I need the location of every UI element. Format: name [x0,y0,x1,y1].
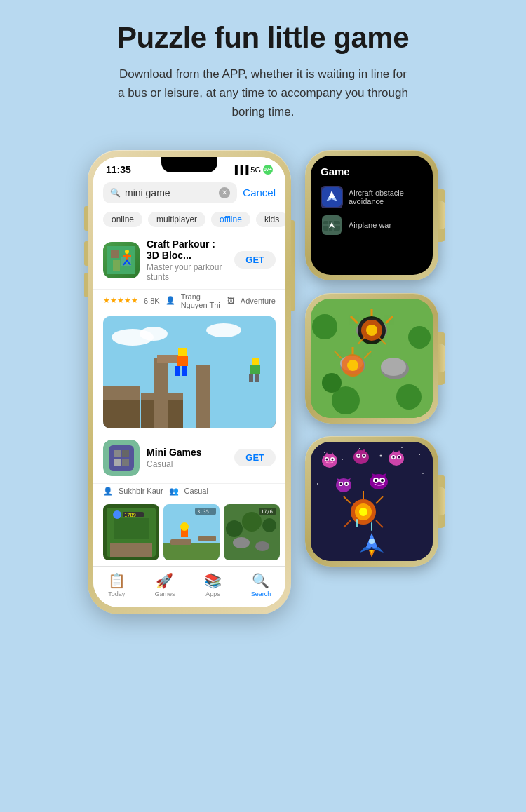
svg-rect-32 [114,459,121,466]
app-name-mini: Mini Games [147,447,227,458]
svg-point-82 [366,325,377,336]
svg-rect-33 [122,459,129,466]
watch-3-body [305,436,438,567]
svg-point-44 [180,522,189,531]
svg-point-4 [125,250,129,254]
app-name-craft: Craft Parkour : 3D Bloc... [147,238,227,261]
rating-count: 6.8K [144,297,160,305]
battery-badge: 07+ [263,165,273,175]
today-icon: 📋 [108,572,126,589]
svg-point-106 [332,458,334,460]
signal-bars: ▐▐▐ [232,165,248,174]
author-name: Trang Nguyen Thi [181,292,222,309]
app-card-mini[interactable]: Mini Games Casual GET [93,433,285,484]
watch-game-label-2: Airplane war [349,221,391,229]
games-icon: 🚀 [156,572,173,589]
app-card-craft[interactable]: Craft Parkour : 3D Bloc... Master your p… [93,231,285,290]
content-area: 11:35 ▐▐▐ 5G 07+ 🔍 mini game ✕ Cancel [14,150,512,614]
search-nav-icon: 🔍 [252,572,269,589]
svg-point-96 [359,448,360,449]
svg-rect-31 [122,450,129,457]
page-title: Puzzle fun little game [117,21,409,55]
svg-rect-20 [178,348,187,356]
watch-game-item-1[interactable]: Aircraft obstacle avoidance [321,186,423,208]
nav-today-label: Today [108,590,125,597]
ratings-row: ★★★★★ 6.8K 👤 Trang Nguyen Thi 🖼 Adventur… [93,290,285,312]
nav-today[interactable]: 📋 Today [108,572,126,597]
svg-rect-153 [356,519,358,527]
svg-point-50 [226,520,243,537]
watch-1: Game Aircraft obstacle avoidance [305,150,438,280]
svg-point-69 [312,314,337,339]
phone-screen: 11:35 ▐▐▐ 5G 07+ 🔍 mini game ✕ Cancel [93,157,285,607]
mini-screenshot-3: 17/6 [224,504,280,560]
svg-rect-45 [170,539,191,545]
svg-point-113 [363,454,365,456]
separator-2: 🖼 [227,297,235,305]
svg-point-127 [346,482,348,485]
svg-rect-14 [103,400,140,428]
svg-rect-22 [175,366,180,376]
mini-author: Sukhbir Kaur [119,487,163,495]
mini-screenshot-1: 1789 [103,504,159,560]
mini-ratings-row: 👤 Sukhbir Kaur 👥 Casual [93,484,285,499]
search-input-box[interactable]: 🔍 mini game ✕ [103,182,237,203]
page-subtitle: Download from the APP, whether it is wai… [116,65,410,122]
tag-multiplayer[interactable]: multiplayer [148,212,205,227]
svg-point-139 [359,508,367,516]
nav-apps[interactable]: 📚 Apps [204,572,222,597]
svg-point-98 [401,447,403,448]
search-icon: 🔍 [110,188,121,198]
svg-rect-27 [255,374,259,382]
mini-screenshot-2: 3.35 [163,504,220,560]
svg-rect-25 [250,365,260,374]
svg-point-97 [380,454,382,456]
tag-kids[interactable]: kids [256,212,285,227]
app-screenshots-row: 1789 [93,499,285,566]
mini-category: Casual [184,487,208,495]
watch-2 [305,293,438,424]
svg-point-119 [393,456,395,458]
get-button-craft[interactable]: GET [234,251,276,269]
watch-2-body [305,293,438,424]
nav-search[interactable]: 🔍 Search [251,572,271,597]
svg-rect-19 [196,365,210,428]
svg-rect-1 [111,250,119,258]
separator-1: 👤 [166,296,175,305]
app-desc-craft: Master your parkour stunts [147,262,227,282]
svg-rect-13 [103,386,140,400]
svg-rect-26 [249,374,253,382]
airplane-war-icon [321,214,343,236]
svg-point-79 [381,358,406,376]
app-icon-mini [103,440,140,476]
svg-point-133 [375,479,377,482]
watch-1-screen: Game Aircraft obstacle avoidance [311,156,433,275]
svg-rect-17 [154,358,168,428]
phone-mockup: 11:35 ▐▐▐ 5G 07+ 🔍 mini game ✕ Cancel [88,150,291,614]
bottom-nav: 📋 Today 🚀 Games 📚 Apps 🔍 Search [93,566,285,607]
svg-point-38 [113,510,121,519]
nav-games[interactable]: 🚀 Games [154,572,175,597]
svg-text:3.35: 3.35 [197,509,209,515]
svg-point-99 [419,454,420,455]
watch-game-title: Game [321,165,423,177]
watch-game-item-2[interactable]: Airplane war [321,214,423,236]
svg-point-11 [140,327,168,341]
svg-point-70 [408,326,431,349]
search-clear-button[interactable]: ✕ [219,187,230,198]
status-bar: 11:35 ▐▐▐ 5G 07+ [93,157,285,178]
status-time: 11:35 [106,164,131,175]
cancel-button[interactable]: Cancel [243,187,276,198]
svg-rect-36 [110,543,152,557]
nav-games-label: Games [154,590,175,597]
svg-point-120 [398,456,400,458]
svg-point-126 [340,482,342,485]
tag-offline[interactable]: offline [211,212,250,227]
svg-rect-46 [198,536,216,541]
svg-point-89 [347,360,358,371]
app-info-mini: Mini Games Casual [147,447,227,469]
get-button-mini[interactable]: GET [234,449,276,466]
svg-point-102 [322,454,337,468]
tag-online[interactable]: online [103,212,142,227]
phone-notch [161,157,217,172]
